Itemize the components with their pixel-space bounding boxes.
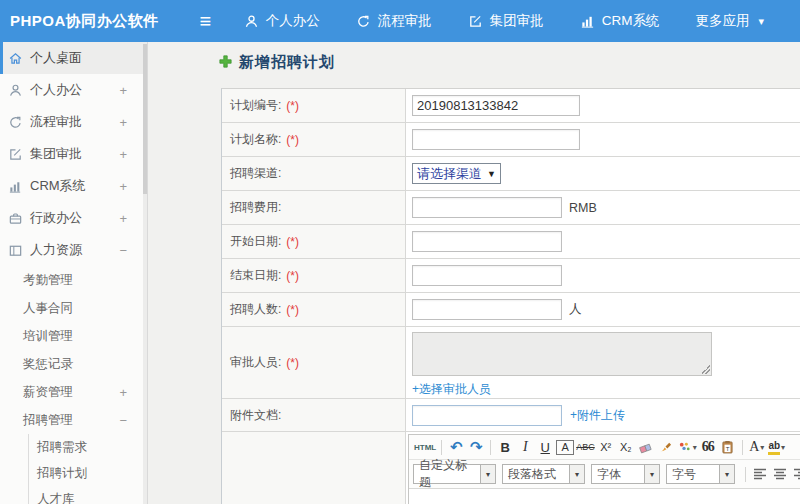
blockquote-button[interactable]: 66 [699, 438, 717, 456]
subscript-button[interactable]: X₂ [617, 438, 635, 456]
sidebar-item-rewards[interactable]: 奖惩记录 [0, 350, 147, 378]
collapse-minus-icon[interactable]: − [119, 243, 127, 258]
resize-handle[interactable] [701, 365, 710, 374]
attachment-upload-link[interactable]: +附件上传 [570, 407, 625, 424]
choose-approvers-link[interactable]: +选择审批人员 [412, 381, 491, 398]
collapse-minus-icon[interactable]: − [119, 413, 127, 428]
eraser-button[interactable] [637, 438, 655, 456]
select-value: 段落格式 [503, 465, 569, 483]
sidebar-item-talent-pool[interactable]: 人才库 [29, 486, 147, 504]
topnav-crm[interactable]: CRM系统 [580, 12, 660, 30]
approvers-textarea[interactable] [412, 332, 712, 376]
sidebar-label: 个人桌面 [30, 49, 82, 67]
topnav-label: 流程审批 [378, 12, 432, 30]
required-mark: (*) [286, 303, 299, 317]
select-caret-icon: ▾ [719, 465, 734, 483]
sidebar-item-crm[interactable]: CRM系统 + [0, 170, 147, 202]
strikethrough-button[interactable]: ABC [576, 438, 595, 456]
end-date-input[interactable] [412, 265, 562, 286]
attachment-input[interactable] [412, 405, 562, 426]
editor-content-area[interactable] [409, 489, 800, 504]
font-size-select[interactable]: 字号 ▾ [666, 464, 735, 484]
html-source-button[interactable]: HTML [414, 438, 436, 456]
required-mark: (*) [286, 99, 299, 113]
sidebar-item-admin-office[interactable]: 行政办公 + [0, 202, 147, 234]
cost-input[interactable] [412, 197, 562, 218]
sidebar-item-group-approval[interactable]: 集团审批 + [0, 138, 147, 170]
form-row-plan-number: 计划编号:(*) [222, 89, 800, 123]
sidebar-item-human-resources[interactable]: 人力资源 − [0, 234, 147, 266]
plan-name-input[interactable] [412, 129, 580, 150]
form-row-cost: 招聘费用: RMB [222, 191, 800, 225]
plan-number-input[interactable] [412, 95, 580, 116]
sidebar-item-personal-office[interactable]: 个人办公 + [0, 74, 147, 106]
undo-button[interactable]: ↶ [447, 438, 465, 456]
start-date-input[interactable] [412, 231, 562, 252]
sidebar-item-attendance[interactable]: 考勤管理 [0, 266, 147, 294]
sidebar-item-recruit-demand[interactable]: 招聘需求 [29, 434, 147, 460]
expand-plus-icon[interactable]: + [119, 83, 127, 98]
sidebar-item-hr-contract[interactable]: 人事合同 [0, 294, 147, 322]
caret-down-icon: ▾ [781, 443, 785, 452]
expand-plus-icon[interactable]: + [119, 147, 127, 162]
scrollbar-thumb[interactable] [143, 44, 147, 194]
topnav-more-apps[interactable]: 更多应用 ▾ [695, 12, 764, 30]
sidebar-item-training[interactable]: 培训管理 [0, 322, 147, 350]
redo-button[interactable]: ↷ [467, 438, 485, 456]
sidebar-item-personal-desktop[interactable]: 个人桌面 [0, 42, 147, 74]
svg-text:T: T [726, 446, 730, 452]
sidebar-item-salary[interactable]: 薪资管理 + [0, 378, 147, 406]
book-icon [8, 243, 23, 258]
highlight-color-button[interactable]: ab▾ [768, 438, 786, 456]
topnav-personal-office[interactable]: 个人办公 [244, 12, 320, 30]
flow-arrow-icon [8, 115, 23, 130]
sidebar-label: 集团审批 [30, 145, 82, 163]
sidebar-label: 流程审批 [30, 113, 82, 131]
select-value: 字体 [592, 465, 644, 483]
expand-plus-icon[interactable]: + [119, 211, 127, 226]
expand-plus-icon[interactable]: + [119, 385, 127, 400]
sidebar-label: 人才库 [37, 491, 75, 504]
top-navigation: 个人办公 流程审批 集团审批 CRM系统 更多应用 ▾ [244, 12, 800, 30]
expand-plus-icon[interactable]: + [119, 179, 127, 194]
select-value: 字号 [667, 465, 719, 483]
align-center-button[interactable] [771, 465, 789, 483]
topnav-label: 个人办公 [266, 12, 320, 30]
field-label: 招聘渠道: [230, 165, 281, 182]
custom-heading-select[interactable]: 自定义标题 ▾ [413, 464, 496, 484]
form-row-end-date: 结束日期:(*) [222, 259, 800, 293]
sidebar-item-recruit-plan[interactable]: 招聘计划 [29, 460, 147, 486]
briefcase-icon [8, 211, 23, 226]
form-row-headcount: 招聘人数:(*) 人 [222, 293, 800, 327]
sidebar-item-recruit-mgmt[interactable]: 招聘管理 − [0, 406, 147, 434]
headcount-input[interactable] [412, 299, 562, 320]
italic-button[interactable]: I [516, 438, 534, 456]
channel-select[interactable]: 请选择渠道 ▼ [412, 163, 501, 184]
topnav-workflow-approval[interactable]: 流程审批 [356, 12, 432, 30]
align-left-button[interactable] [751, 465, 769, 483]
required-mark: (*) [286, 269, 299, 283]
expand-plus-icon[interactable]: + [119, 115, 127, 130]
format-painter-button[interactable] [657, 438, 675, 456]
bold-button[interactable]: B [496, 438, 514, 456]
field-label: 招聘人数: [230, 301, 281, 318]
toolbar-divider [441, 440, 442, 455]
hamburger-menu-icon[interactable]: ≡ [191, 11, 220, 31]
sidebar-item-workflow-approval[interactable]: 流程审批 + [0, 106, 147, 138]
topnav-group-approval[interactable]: 集团审批 [468, 12, 544, 30]
sidebar-label: 考勤管理 [23, 272, 73, 289]
paragraph-format-select[interactable]: 段落格式 ▾ [502, 464, 585, 484]
sidebar-scrollbar[interactable] [143, 42, 147, 504]
underline-button[interactable]: U [536, 438, 554, 456]
required-mark: (*) [286, 133, 299, 147]
border-text-button[interactable]: A [556, 440, 574, 455]
paste-button[interactable]: T [719, 438, 737, 456]
font-color-button[interactable]: A▾ [748, 438, 766, 456]
select-value: 请选择渠道 [417, 165, 482, 183]
font-family-select[interactable]: 字体 ▾ [591, 464, 660, 484]
sidebar-label: CRM系统 [30, 177, 86, 195]
required-mark: (*) [286, 235, 299, 249]
superscript-button[interactable]: X² [597, 438, 615, 456]
align-right-button[interactable] [791, 465, 800, 483]
color-palette-button[interactable]: ▾ [677, 438, 697, 456]
